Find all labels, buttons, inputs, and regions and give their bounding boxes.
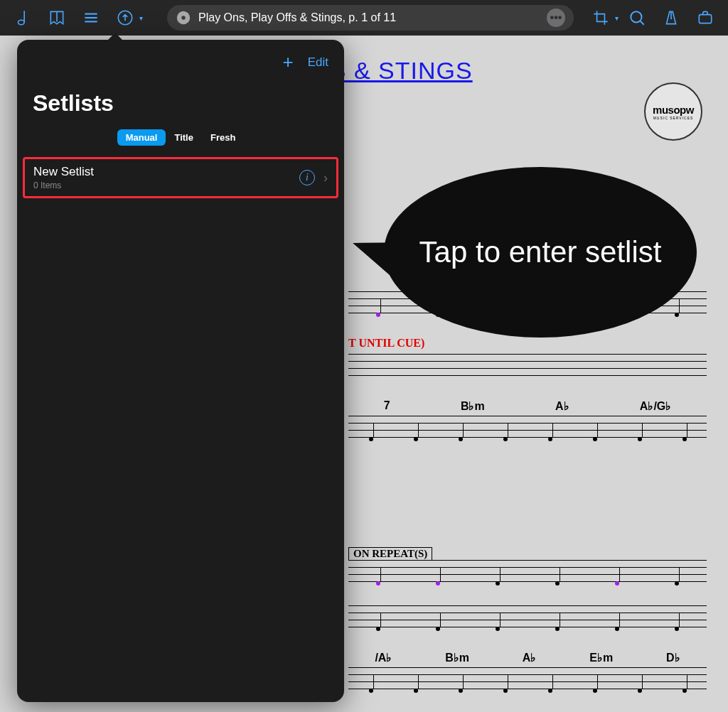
note-icon[interactable]: [7, 2, 38, 33]
svg-point-0: [18, 20, 25, 25]
chord-row: /A♭ B♭m A♭ E♭m D♭: [348, 651, 707, 664]
logo-subtext: MUSIC SERVICES: [653, 116, 694, 120]
document-title-pill[interactable]: Play Ons, Play Offs & Stings, p. 1 of 11…: [167, 5, 574, 31]
chord: B♭m: [461, 399, 485, 413]
svg-point-8: [631, 11, 641, 22]
tooltip-text: Tap to enter setlist: [391, 234, 690, 270]
cue-direction: T UNTIL CUE): [348, 337, 707, 350]
document-title: Play Ons, Play Offs & Stings, p. 1 of 11: [198, 11, 540, 24]
metronome-icon[interactable]: [655, 2, 687, 33]
menu-icon[interactable]: [75, 2, 107, 33]
svg-rect-10: [699, 15, 711, 23]
chord: D♭: [666, 651, 680, 664]
popover-title: Setlists: [17, 73, 344, 126]
segment-manual[interactable]: Manual: [117, 129, 166, 146]
chord: A♭: [523, 651, 537, 664]
chord: A♭/G♭: [640, 399, 671, 413]
chord: /A♭: [375, 651, 392, 664]
logo: musopw MUSIC SERVICES: [644, 82, 702, 141]
bookmark-icon[interactable]: [41, 2, 73, 33]
top-toolbar: ▾ Play Ons, Play Offs & Stings, p. 1 of …: [0, 0, 728, 36]
chord: E♭m: [589, 651, 613, 664]
repeat-label: ON REPEAT(S): [348, 547, 432, 560]
segment-fresh[interactable]: Fresh: [202, 129, 244, 146]
chord: B♭m: [445, 651, 469, 664]
setlist-name: New Setlist: [33, 165, 299, 179]
chevron-down-icon[interactable]: ▾: [615, 14, 619, 22]
tooltip-bubble: Tap to enter setlist: [384, 167, 697, 338]
chord: 7: [384, 399, 390, 413]
info-icon[interactable]: i: [299, 170, 315, 185]
svg-line-9: [640, 21, 643, 24]
setlists-popover: + Edit Setlists Manual Title Fresh New S…: [17, 40, 344, 702]
briefcase-icon[interactable]: [690, 2, 721, 33]
more-icon[interactable]: •••: [547, 9, 565, 27]
edit-button[interactable]: Edit: [308, 55, 328, 70]
setlist-row[interactable]: New Setlist 0 Items i ›: [23, 157, 338, 198]
add-setlist-button[interactable]: +: [283, 51, 294, 73]
share-icon[interactable]: [109, 2, 141, 33]
crop-icon[interactable]: [585, 2, 616, 33]
chevron-right-icon: ›: [323, 171, 328, 185]
search-icon[interactable]: [621, 2, 653, 33]
segment-title[interactable]: Title: [166, 129, 202, 146]
logo-text: musopw: [653, 104, 694, 116]
music-system-2: ON REPEAT(S) /A♭ B♭m A♭ E♭m D♭: [348, 547, 707, 712]
sort-segmented-control: Manual Title Fresh: [17, 126, 344, 154]
chord: A♭: [555, 399, 569, 413]
chevron-down-icon[interactable]: ▾: [139, 14, 143, 22]
setlist-count: 0 Items: [33, 180, 299, 190]
chord-row: 7 B♭m A♭ A♭/G♭: [348, 399, 707, 413]
svg-point-7: [181, 16, 186, 20]
gear-icon[interactable]: [176, 10, 191, 26]
